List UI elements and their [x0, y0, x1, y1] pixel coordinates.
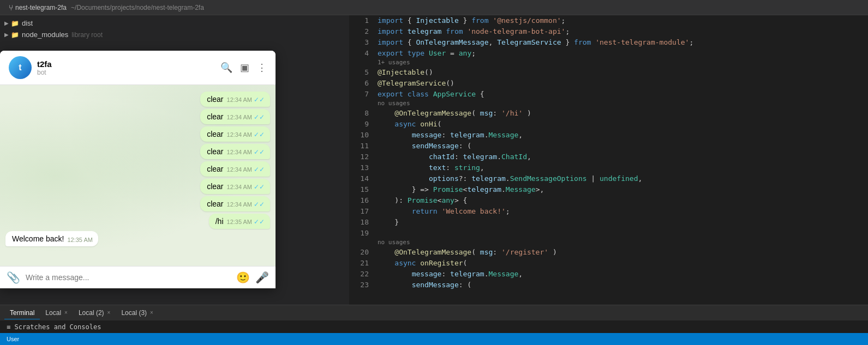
terminal-text: ≡ Scratches and Consoles: [7, 323, 101, 331]
tg-header-icons: 🔍 ▣ ⋮: [220, 62, 267, 74]
line-content: text: string,: [378, 162, 864, 173]
line-content: async onHi(: [378, 119, 864, 130]
message-meta: 12:34 AM✓✓: [227, 166, 265, 173]
message-bubble: clear12:34 AM✓✓: [200, 196, 270, 211]
usage-hint: 1+ usages: [349, 59, 868, 67]
message-time: 12:34 AM: [227, 114, 252, 120]
line-content: @OnTelegramMessage( msg: '/hi' ): [378, 108, 864, 119]
code-line: 11 sendMessage: (: [349, 141, 868, 152]
line-content: async onRegister(: [378, 258, 864, 269]
git-branch-icon: ⑂: [9, 3, 13, 12]
terminal-tab-close[interactable]: ×: [107, 310, 111, 316]
mic-icon[interactable]: 🎤: [255, 271, 269, 284]
git-branch-btn[interactable]: ⑂ nest-telegram-2fa ~/Documents/projects…: [4, 2, 208, 13]
terminal-tab-label: Local: [45, 309, 61, 317]
message-text: Welcome back!: [12, 234, 64, 243]
message-row: clear12:34 AM✓✓: [5, 109, 270, 124]
message-text: clear: [207, 95, 223, 104]
tg-chat: clear12:34 AM✓✓clear12:34 AM✓✓clear12:34…: [0, 85, 276, 266]
top-nav: ⑂ nest-telegram-2fa ~/Documents/projects…: [0, 0, 868, 15]
terminal-tab-close[interactable]: ×: [150, 310, 153, 316]
line-number: 13: [354, 162, 369, 173]
tg-avatar: t: [9, 56, 32, 79]
line-content: import { Injectable } from '@nestjs/comm…: [378, 15, 864, 26]
terminal-tab-label: Local (2): [79, 309, 104, 317]
line-number: 15: [354, 184, 369, 195]
terminal-tab-label: Local (3): [121, 309, 147, 317]
line-content: } => Promise<telegram.Message>,: [378, 184, 864, 195]
line-number: 19: [354, 228, 369, 239]
terminal-tab-close[interactable]: ×: [64, 310, 68, 316]
library-root-badge: library root: [71, 31, 103, 39]
code-line: 15 } => Promise<telegram.Message>,: [349, 184, 868, 195]
status-user: User: [7, 336, 19, 342]
message-ticks: ✓✓: [254, 183, 265, 191]
more-icon[interactable]: ⋮: [257, 62, 267, 74]
message-text: clear: [207, 182, 223, 191]
message-ticks: ✓✓: [254, 218, 265, 226]
search-icon[interactable]: 🔍: [220, 62, 232, 74]
message-text: clear: [207, 165, 223, 173]
tree-item-dist[interactable]: ▶ 📁 dist: [0, 17, 349, 29]
code-line: 19: [349, 228, 868, 239]
line-number: 21: [354, 258, 369, 269]
code-line: 7export class AppService {: [349, 89, 868, 100]
line-number: 23: [354, 280, 369, 290]
terminal-tab[interactable]: Local (3)×: [116, 307, 159, 319]
code-line: 3import { OnTelegramMessage, TelegramSer…: [349, 37, 868, 48]
status-bar: User: [0, 333, 868, 345]
line-number: 22: [354, 269, 369, 280]
code-line: 22 message: telegram.Message,: [349, 269, 868, 280]
line-number: 3: [354, 37, 369, 48]
message-time: 12:34 AM: [227, 201, 252, 208]
message-text: clear: [207, 112, 223, 121]
message-meta: 12:34 AM✓✓: [227, 131, 265, 138]
line-number: 7: [354, 89, 369, 100]
message-text: clear: [207, 199, 223, 208]
avatar-initials: t: [19, 63, 21, 72]
message-time: 12:34 AM: [227, 96, 252, 103]
line-content: export type User = any;: [378, 48, 864, 59]
message-row: clear12:34 AM✓✓: [5, 161, 270, 177]
message-meta: 12:34 AM✓✓: [227, 96, 265, 104]
message-meta: 12:35 AM✓✓: [227, 218, 265, 226]
code-editor: 1import { Injectable } from '@nestjs/com…: [349, 15, 868, 305]
code-line: 9 async onHi(: [349, 119, 868, 130]
message-ticks: ✓✓: [254, 131, 265, 138]
line-content: message: telegram.Message,: [378, 130, 864, 141]
line-content: import telegram from 'node-telegram-bot-…: [378, 26, 864, 37]
folder-icon: 📁: [11, 31, 19, 39]
message-row: /hi12:35 AM✓✓: [5, 214, 270, 229]
message-bubble: clear12:34 AM✓✓: [200, 161, 270, 177]
message-bubble: /hi12:35 AM✓✓: [209, 214, 270, 229]
message-row: clear12:34 AM✓✓: [5, 144, 270, 159]
line-number: 2: [354, 26, 369, 37]
usage-hint: no usages: [349, 239, 868, 247]
line-number: 20: [354, 247, 369, 258]
emoji-icon[interactable]: 🙂: [236, 271, 250, 284]
line-content: sendMessage: (: [378, 280, 864, 290]
terminal-tab[interactable]: Local (2)×: [73, 307, 116, 319]
line-number: 6: [354, 78, 369, 89]
layout-icon[interactable]: ▣: [240, 62, 249, 74]
terminal-tab[interactable]: Terminal: [4, 307, 40, 319]
message-bubble: clear12:34 AM✓✓: [200, 126, 270, 142]
usage-hint: no usages: [349, 100, 868, 108]
terminal-tab[interactable]: Local×: [40, 307, 73, 319]
message-ticks: ✓✓: [254, 166, 265, 173]
line-content: @OnTelegramMessage( msg: '/register' ): [378, 247, 864, 258]
message-time: 12:34 AM: [227, 166, 252, 173]
code-line: 6@TelegramService(): [349, 78, 868, 89]
message-input[interactable]: [26, 273, 231, 282]
message-ticks: ✓✓: [254, 201, 265, 208]
tree-item-node-modules[interactable]: ▶ 📁 node_modules library root: [0, 29, 349, 40]
terminal-tab-label: Terminal: [10, 309, 34, 317]
repo-label: nest-telegram-2fa: [15, 4, 67, 11]
code-line: 2import telegram from 'node-telegram-bot…: [349, 26, 868, 37]
line-content: message: telegram.Message,: [378, 269, 864, 280]
message-row: clear12:34 AM✓✓: [5, 196, 270, 211]
code-line: 20 @OnTelegramMessage( msg: '/register' …: [349, 247, 868, 258]
attach-icon[interactable]: 📎: [7, 271, 20, 284]
message-row: clear12:34 AM✓✓: [5, 126, 270, 142]
line-number: 10: [354, 130, 369, 141]
